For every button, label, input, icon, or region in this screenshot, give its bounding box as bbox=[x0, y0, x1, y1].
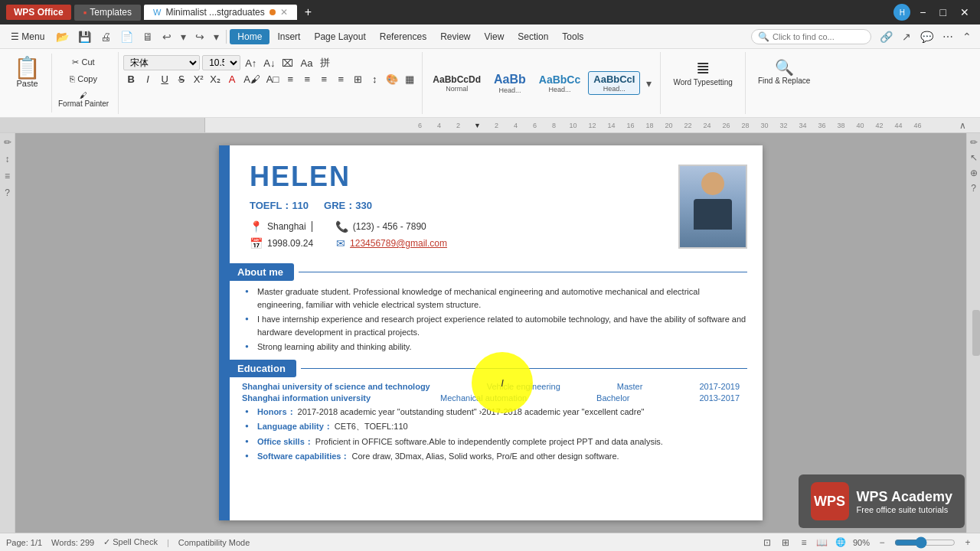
grow-font-button[interactable]: A↑ bbox=[243, 57, 259, 70]
spell-check[interactable]: ✓ Spell Check bbox=[103, 537, 158, 547]
share-icon[interactable]: 🔗 bbox=[876, 29, 897, 44]
align-left-button[interactable]: ≡ bbox=[283, 73, 298, 86]
page-layout-tab[interactable]: Page Layout bbox=[308, 30, 371, 44]
align-center-button[interactable]: ≡ bbox=[299, 73, 315, 86]
font-size-select[interactable]: 10.5 bbox=[202, 55, 240, 70]
minimize-button[interactable]: − bbox=[915, 6, 930, 18]
pinyin-button[interactable]: 拼 bbox=[317, 55, 332, 70]
maximize-button[interactable]: □ bbox=[936, 6, 951, 18]
add-tab-button[interactable]: + bbox=[300, 5, 316, 19]
underline-button[interactable]: U bbox=[157, 73, 172, 86]
right-tool-zoom[interactable]: ⊕ bbox=[968, 167, 980, 179]
right-tool-question[interactable]: ? bbox=[968, 182, 980, 194]
home-tab[interactable]: Home bbox=[230, 29, 270, 44]
bold-button[interactable]: B bbox=[123, 73, 139, 86]
columns-button[interactable]: ⊞ bbox=[350, 73, 365, 86]
close-button[interactable]: ✕ bbox=[956, 6, 974, 18]
shrink-font-button[interactable]: A↓ bbox=[261, 57, 277, 70]
close-doc-icon[interactable]: ✕ bbox=[280, 7, 288, 18]
more-icon[interactable]: ⋯ bbox=[939, 29, 957, 44]
styles-expand-button[interactable]: ▾ bbox=[642, 76, 655, 91]
border-button[interactable]: ▦ bbox=[402, 73, 417, 86]
search-box[interactable]: 🔍 bbox=[751, 29, 871, 44]
review-tab[interactable]: Review bbox=[434, 30, 476, 44]
section-tab[interactable]: Section bbox=[511, 30, 554, 44]
wps-office-button[interactable]: WPS Office bbox=[6, 5, 71, 20]
redo-icon[interactable]: ↪ bbox=[191, 29, 208, 44]
subscript-button[interactable]: X₂ bbox=[207, 73, 223, 86]
screen-icon[interactable]: 🖥 bbox=[139, 29, 157, 44]
collapse-ribbon-icon[interactable]: ⌃ bbox=[959, 29, 975, 44]
strikethrough-button[interactable]: S̶ bbox=[174, 73, 189, 86]
format-painter-button[interactable]: 🖌 Format Painter bbox=[55, 90, 112, 109]
paste-button[interactable]: 📋 Paste bbox=[8, 55, 47, 90]
left-tool-2[interactable]: ↕ bbox=[2, 153, 14, 165]
right-tool-pencil[interactable]: ✏ bbox=[968, 136, 980, 148]
find-replace-group: 🔍 Find & Replace bbox=[745, 52, 822, 114]
copy-button[interactable]: ⎘ Copy bbox=[55, 73, 112, 84]
line-spacing-button[interactable]: ↕ bbox=[367, 73, 382, 86]
right-tool-arrow[interactable]: ↖ bbox=[968, 152, 980, 164]
email-icon: ✉ bbox=[336, 237, 345, 249]
redo-dropdown-icon[interactable]: ▾ bbox=[210, 29, 223, 44]
pdf-icon[interactable]: 📄 bbox=[116, 29, 137, 44]
list-item: I have internship experience and researc… bbox=[242, 313, 747, 338]
shading-button[interactable]: 🎨 bbox=[384, 73, 400, 86]
insert-tab[interactable]: Insert bbox=[271, 30, 306, 44]
left-tool-4[interactable]: ? bbox=[2, 187, 14, 199]
zoom-slider[interactable] bbox=[894, 536, 956, 549]
edu-bullet-list: Honors： 2017-2018 academic year "outstan… bbox=[234, 406, 747, 463]
style-heading1[interactable]: AaBb Head... bbox=[488, 70, 531, 96]
find-replace-button[interactable]: 🔍 Find & Replace bbox=[750, 55, 818, 88]
undo-dropdown-icon[interactable]: ▾ bbox=[177, 29, 190, 44]
clear-format-button[interactable]: ⌧ bbox=[279, 57, 296, 70]
scroll-thumb[interactable] bbox=[972, 310, 980, 356]
left-tool-3[interactable]: ≡ bbox=[2, 170, 14, 182]
left-tool-1[interactable]: ✏ bbox=[2, 136, 14, 148]
search-input[interactable] bbox=[773, 32, 864, 41]
layout-outline[interactable]: ≡ bbox=[798, 536, 810, 549]
ruler-collapse-btn[interactable]: ∧ bbox=[959, 120, 966, 131]
text-border-button[interactable]: A□ bbox=[264, 73, 282, 86]
justify-button[interactable]: ≡ bbox=[333, 73, 348, 86]
zoom-out-button[interactable]: − bbox=[876, 536, 888, 549]
layout-reading[interactable]: 📖 bbox=[816, 536, 828, 549]
font-family-select[interactable]: 宋体 bbox=[123, 55, 200, 70]
style-heading2[interactable]: AaBbCc Head... bbox=[534, 71, 586, 96]
document-area: HELEN TOEFL：110 GRE：330 📍 bbox=[15, 133, 966, 533]
avatar: H bbox=[893, 4, 910, 21]
export-icon[interactable]: ↗ bbox=[898, 29, 915, 44]
word-typesetting-button[interactable]: ≣ Word Typesetting bbox=[665, 55, 740, 90]
superscript-button[interactable]: X² bbox=[191, 73, 206, 86]
zoom-in-button[interactable]: + bbox=[962, 536, 974, 549]
tools-tab[interactable]: Tools bbox=[556, 30, 590, 44]
photo-head bbox=[701, 172, 724, 195]
font-row-2: B I U S̶ X² X₂ A A🖌 A□ ≡ ≡ ≡ ≡ ⊞ ↕ 🎨 ▦ bbox=[123, 73, 417, 86]
case-button[interactable]: Aa bbox=[298, 57, 315, 70]
main-area: ✏ ↕ ≡ ? HELEN TOEFL：110 GRE：330 bbox=[0, 133, 980, 533]
undo-icon[interactable]: ↩ bbox=[158, 29, 175, 44]
status-right: ⊡ ⊞ ≡ 📖 🌐 90% − + bbox=[761, 536, 974, 549]
save-icon[interactable]: 💾 bbox=[74, 29, 95, 44]
templates-tab[interactable]: ▪ Templates bbox=[74, 5, 141, 21]
cut-button[interactable]: ✂ Cut bbox=[55, 57, 112, 68]
lang-switch[interactable]: 🌐 bbox=[835, 536, 847, 549]
references-tab[interactable]: References bbox=[374, 30, 433, 44]
menu-button[interactable]: ☰ Menu bbox=[5, 30, 51, 44]
align-right-button[interactable]: ≡ bbox=[316, 73, 332, 86]
comment-icon[interactable]: 💬 bbox=[916, 29, 937, 44]
open-icon[interactable]: 📂 bbox=[52, 29, 73, 44]
italic-button[interactable]: I bbox=[140, 73, 155, 86]
font-color-button[interactable]: A bbox=[224, 73, 240, 86]
page-indicator: Page: 1/1 bbox=[6, 538, 42, 547]
education-line bbox=[301, 368, 747, 369]
highlight-button[interactable]: A🖌 bbox=[241, 73, 263, 86]
document-tab[interactable]: W Minimalist ...stgraduates ✕ bbox=[144, 5, 297, 20]
unsaved-indicator bbox=[270, 9, 276, 15]
print-icon[interactable]: 🖨 bbox=[96, 29, 115, 44]
layout-single-page[interactable]: ⊡ bbox=[761, 536, 773, 549]
layout-two-page[interactable]: ⊞ bbox=[779, 536, 792, 549]
style-heading3[interactable]: AaBbCcI Head... bbox=[588, 71, 640, 95]
view-tab[interactable]: View bbox=[479, 30, 511, 44]
style-normal[interactable]: AaBbCcDd Normal bbox=[427, 72, 486, 95]
